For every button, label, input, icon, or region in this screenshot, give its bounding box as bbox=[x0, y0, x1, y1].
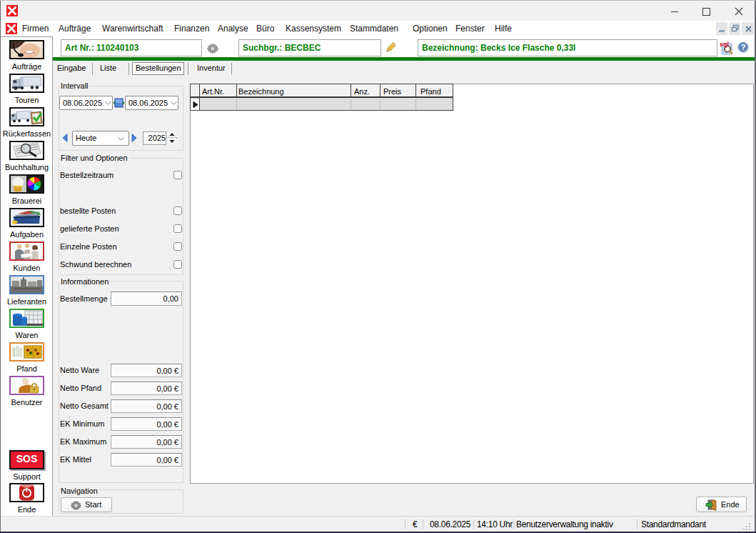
svg-text:sql: sql bbox=[720, 41, 729, 48]
svg-text:?: ? bbox=[741, 43, 746, 51]
